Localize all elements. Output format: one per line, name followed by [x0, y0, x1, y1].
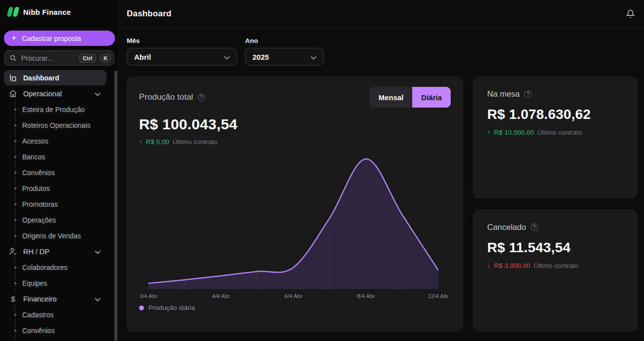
sidebar-item-dashboard[interactable]: Dashboard — [4, 70, 107, 85]
notifications-button[interactable] — [624, 7, 637, 21]
sidebar-scrollbar[interactable] — [114, 71, 117, 341]
sidebar-item-rh-dp[interactable]: RH / DP — [4, 244, 107, 259]
main-area: Dashboard Mês Abril Ano — [119, 0, 644, 341]
filters: Mês Abril Ano 2025 — [127, 37, 638, 66]
sidebar-item-cadastros[interactable]: Cadastros — [4, 307, 114, 323]
sidebar-item-financeiro[interactable]: $ Financeiro — [4, 291, 107, 306]
search-input[interactable]: Procurar... Ctrl K — [4, 50, 114, 66]
toggle-mensal-button[interactable]: Mensal — [369, 87, 412, 108]
cancelado-delta: ↓ R$ 3.000,00 Último contrato — [487, 262, 623, 270]
side-cards: Na mesa ? R$ 1.078.630,62 ↑ R$ 10.000,00… — [473, 76, 638, 332]
kbd-ctrl: Ctrl — [79, 54, 96, 63]
x-tick: 8/4 Abr — [357, 293, 375, 299]
month-select[interactable]: Abril — [127, 48, 237, 66]
arrow-down-icon: ↓ — [487, 262, 491, 270]
cancelado-value: R$ 11.543,54 — [487, 239, 623, 256]
x-tick: 3/4 Abr — [140, 293, 157, 299]
card-title: Na mesa — [487, 89, 520, 99]
cta-label: Cadastrar proposta — [22, 35, 81, 42]
toggle-diaria-button[interactable]: Diária — [412, 87, 451, 108]
sidebar-item-produtos[interactable]: Produtos — [4, 181, 114, 196]
arrow-up-icon: ↑ — [487, 128, 491, 137]
help-icon[interactable]: ? — [524, 90, 532, 98]
na-mesa-card: Na mesa ? R$ 1.078.630,62 ↑ R$ 10.000,00… — [473, 76, 638, 198]
year-select[interactable]: 2025 — [245, 48, 324, 66]
sidebar-item-equipes[interactable]: Equipes — [4, 275, 114, 291]
cancelado-card: Cancelado ? R$ 11.543,54 ↓ R$ 3.000,00 Ú… — [473, 210, 638, 332]
delta-label: Último contrato — [534, 262, 578, 270]
kbd-k: K — [100, 54, 111, 63]
legend-dot-icon — [139, 305, 144, 310]
delta-value: R$ 3.000,00 — [494, 262, 531, 270]
sidebar-item-convenios[interactable]: Convênios — [4, 165, 114, 181]
sidebar-group-label: Financeiro — [23, 295, 57, 303]
sidebar-nav: Dashboard Operacional Esteira de Produçã… — [0, 70, 118, 339]
sidebar-item-promotoras[interactable]: Promotoras — [4, 196, 114, 212]
x-tick: 4/4 Abr — [212, 293, 230, 299]
x-tick: 6/4 Abr — [285, 293, 302, 299]
month-label: Mês — [127, 37, 237, 44]
plus-icon: + — [11, 34, 17, 42]
dashboard-content: Mês Abril Ano 2025 — [119, 28, 644, 332]
chart-canvas — [148, 154, 438, 289]
operacional-submenu: Esteira de Produção Roteiros Operacionai… — [4, 102, 114, 244]
x-axis-ticks: 3/4 Abr 4/4 Abr 6/4 Abr 8/4 Abr 12/4 Abr — [148, 289, 438, 301]
bell-icon — [626, 9, 635, 19]
delta-label: Último contrato — [173, 138, 217, 146]
period-toggle: Mensal Diária — [369, 87, 451, 108]
sidebar-item-operacoes[interactable]: Operações — [4, 212, 114, 228]
help-icon[interactable]: ? — [531, 224, 538, 231]
sidebar: Nibb Finance + Cadastrar proposta Procur… — [0, 0, 119, 341]
chart-legend: Produção diária — [139, 304, 451, 311]
year-label: Ano — [245, 37, 324, 44]
sidebar-group-label: Operacional — [23, 90, 62, 98]
chevron-down-icon — [95, 90, 101, 98]
bar-chart-icon — [8, 74, 18, 82]
legend-label: Produção diária — [148, 304, 195, 311]
delta-label: Último contrato — [537, 128, 582, 137]
brand: Nibb Finance — [0, 0, 118, 24]
na-mesa-delta: ↑ R$ 10.000,00 Último contrato — [487, 128, 623, 137]
financeiro-submenu: Cadastros Convênios — [4, 307, 114, 339]
arrow-up-icon: ↑ — [139, 138, 143, 146]
search-icon — [9, 54, 17, 62]
topbar: Dashboard — [119, 0, 644, 28]
year-field: Ano 2025 — [245, 37, 324, 66]
sidebar-item-convenios-fin[interactable]: Convênios — [4, 323, 114, 339]
sidebar-item-colaboradores[interactable]: Colaboradores — [4, 260, 114, 275]
sidebar-item-bancos[interactable]: Bancos — [4, 149, 114, 165]
sidebar-item-label: Dashboard — [23, 74, 59, 82]
x-tick: 12/4 Abr — [428, 293, 449, 299]
sidebar-item-origens-de-vendas[interactable]: Origens de Vendas — [4, 228, 114, 244]
user-check-icon — [8, 247, 18, 256]
cards-grid: Produção total ? Mensal Diária R$ 100.04… — [127, 76, 638, 332]
sidebar-item-esteira-de-producao[interactable]: Esteira de Produção — [4, 102, 114, 117]
month-value: Abril — [134, 53, 151, 61]
producao-total-value: R$ 100.043,54 — [139, 115, 451, 133]
delta-value: R$ 10.000,00 — [494, 128, 534, 137]
app-root: Nibb Finance + Cadastrar proposta Procur… — [0, 0, 644, 341]
cadastrar-proposta-button[interactable]: + Cadastrar proposta — [4, 31, 115, 46]
card-title: Produção total — [139, 92, 193, 102]
sidebar-item-operacional[interactable]: Operacional — [4, 86, 107, 101]
sidebar-item-acessos[interactable]: Acessos — [4, 133, 114, 149]
chevron-down-icon — [311, 53, 317, 61]
card-head: Produção total ? Mensal Diária — [139, 87, 451, 108]
card-title: Cancelado — [487, 223, 526, 232]
home-icon — [8, 89, 18, 98]
year-value: 2025 — [252, 53, 269, 61]
producao-delta: ↑ R$ 0,00 Último contrato — [139, 138, 451, 146]
producao-total-card: Produção total ? Mensal Diária R$ 100.04… — [127, 76, 463, 332]
rh-dp-submenu: Colaboradores Equipes — [4, 260, 114, 291]
delta-value: R$ 0,00 — [146, 138, 169, 146]
search-placeholder: Procurar... — [21, 54, 75, 62]
chevron-down-icon — [95, 295, 101, 303]
area-chart — [148, 154, 438, 289]
help-icon[interactable]: ? — [198, 94, 205, 101]
na-mesa-value: R$ 1.078.630,62 — [487, 106, 623, 122]
sidebar-group-label: RH / DP — [23, 248, 49, 256]
sidebar-item-roteiros-operacionais[interactable]: Roteiros Operacionais — [4, 117, 114, 133]
chevron-down-icon — [95, 248, 101, 256]
month-field: Mês Abril — [127, 37, 237, 66]
brand-name: Nibb Finance — [23, 8, 71, 16]
